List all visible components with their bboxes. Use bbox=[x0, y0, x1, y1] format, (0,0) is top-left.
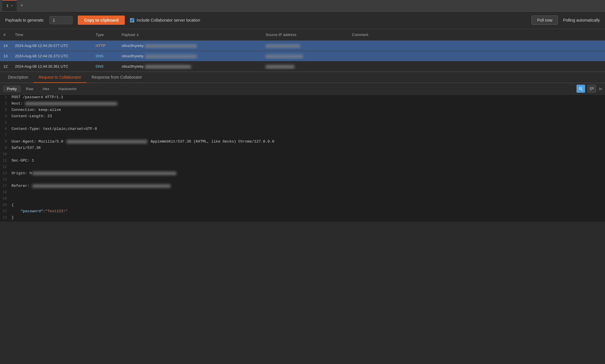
code-line-21: 21 "password":"Test123!" bbox=[0, 209, 605, 215]
code-line-2: 2 Host: bbox=[0, 101, 605, 107]
cell-num: 14 bbox=[0, 42, 12, 49]
wrap-icon-button[interactable] bbox=[587, 85, 596, 93]
tab-request-to-collaborator[interactable]: Request to Collaborator bbox=[33, 72, 86, 83]
col-type: Type bbox=[92, 31, 118, 38]
include-label: Include Collaborator server location bbox=[137, 18, 200, 22]
svg-line-1 bbox=[582, 90, 583, 91]
cell-time: 2024-Aug-08 12:44:26.577 UTC bbox=[12, 42, 92, 49]
code-line-6: 6 Content-Type: text/plain;charset=UTF-8 bbox=[0, 126, 605, 133]
cell-source-ip bbox=[262, 53, 349, 59]
code-line-13: 13 Origin: h bbox=[0, 171, 605, 177]
format-tab-hex[interactable]: Hex bbox=[39, 86, 53, 92]
cell-num: 12 bbox=[0, 63, 12, 70]
copy-button[interactable]: Copy to clipboard bbox=[78, 16, 125, 25]
code-line-20: 20 { bbox=[0, 202, 605, 209]
cell-source-ip bbox=[262, 63, 349, 70]
poll-now-button[interactable]: Poll now bbox=[532, 16, 558, 25]
table-header: # Time Type Payload ∧ Source IP address … bbox=[0, 29, 605, 41]
tab-label: 1 bbox=[6, 4, 9, 8]
format-tabs: Pretty Raw Hex Hackvertor In bbox=[0, 83, 605, 95]
include-checkbox-area: Include Collaborator server location bbox=[130, 18, 200, 22]
cell-payload: o8xa3fnyieby bbox=[118, 42, 262, 49]
format-tab-hackvertor[interactable]: Hackvertor bbox=[54, 86, 81, 92]
cell-comment bbox=[349, 53, 605, 59]
code-line-7: 7 bbox=[0, 133, 605, 139]
code-line-1: 1 POST /password HTTP/1.1 bbox=[0, 95, 605, 101]
cell-time: 2024-Aug-08 12:44:26.373 UTC bbox=[12, 53, 92, 59]
col-payload: Payload ∧ bbox=[118, 31, 262, 38]
tab-close[interactable]: × bbox=[11, 4, 13, 8]
search-icon-button[interactable] bbox=[576, 85, 585, 93]
tab-description[interactable]: Description bbox=[3, 72, 33, 83]
code-line-4: 4 Content-Length: 23 bbox=[0, 114, 605, 120]
col-comment: Comment bbox=[349, 31, 605, 38]
tab-1[interactable]: 1 × bbox=[2, 0, 17, 11]
table-row[interactable]: 14 2024-Aug-08 12:44:26.577 UTC HTTP o8x… bbox=[0, 41, 605, 51]
code-line-10: 10 bbox=[0, 152, 605, 158]
detail-panel: Description Request to Collaborator Resp… bbox=[0, 72, 605, 221]
toolbar: Payloads to generate: Copy to clipboard … bbox=[0, 12, 605, 29]
request-code-area[interactable]: 1 POST /password HTTP/1.1 2 Host: 3 Conn… bbox=[0, 95, 605, 221]
code-line-3: 3 Connection: keep-alive bbox=[0, 107, 605, 114]
cell-source-ip bbox=[262, 42, 349, 49]
code-line-9: 9 Safari/537.36 bbox=[0, 145, 605, 152]
code-line-8: 8 User-Agent: Mozilla/5.0 AppleWebKit/53… bbox=[0, 139, 605, 145]
cell-payload: o8xa3fnyieby bbox=[118, 63, 262, 70]
in-label: In bbox=[599, 87, 602, 91]
cell-num: 13 bbox=[0, 53, 12, 59]
polling-status: Polling automatically bbox=[563, 18, 600, 22]
results-table: # Time Type Payload ∧ Source IP address … bbox=[0, 29, 605, 72]
table-row[interactable]: 12 2024-Aug-08 12:44:26.361 UTC DNS o8xa… bbox=[0, 61, 605, 72]
code-line-17: 17 Referer: bbox=[0, 183, 605, 190]
cell-time: 2024-Aug-08 12:44:26.361 UTC bbox=[12, 63, 92, 70]
code-line-14: 14 bbox=[0, 177, 605, 183]
tab-response-from-collaborator[interactable]: Response from Collaborator bbox=[86, 72, 147, 83]
tab-bar: 1 × + bbox=[0, 0, 605, 12]
cell-payload: o8xa3fnyieby bbox=[118, 53, 262, 59]
format-tab-raw[interactable]: Raw bbox=[22, 86, 37, 92]
cell-type: DNS bbox=[92, 53, 118, 59]
detail-tabs: Description Request to Collaborator Resp… bbox=[0, 72, 605, 83]
col-source-ip: Source IP address bbox=[262, 31, 349, 38]
payloads-label: Payloads to generate: bbox=[5, 18, 44, 22]
cell-comment bbox=[349, 42, 605, 49]
code-line-19: 19 bbox=[0, 196, 605, 202]
col-time: Time bbox=[12, 31, 92, 38]
col-num: # bbox=[0, 31, 12, 38]
tab-add-button[interactable]: + bbox=[18, 3, 25, 9]
table-row[interactable]: 13 2024-Aug-08 12:44:26.373 UTC DNS o8xa… bbox=[0, 51, 605, 61]
cell-comment bbox=[349, 63, 605, 70]
cell-type: DNS bbox=[92, 63, 118, 70]
code-line-18: 18 bbox=[0, 190, 605, 196]
code-line-5: 5 bbox=[0, 120, 605, 126]
code-line-22: 22 } bbox=[0, 215, 605, 221]
format-tab-pretty[interactable]: Pretty bbox=[3, 86, 21, 92]
code-line-12: 12 bbox=[0, 164, 605, 171]
code-line-11: 11 Sec-GPC: 1 bbox=[0, 158, 605, 164]
include-checkbox[interactable] bbox=[130, 18, 134, 22]
payloads-input[interactable] bbox=[50, 16, 73, 24]
cell-type: HTTP bbox=[92, 42, 118, 49]
